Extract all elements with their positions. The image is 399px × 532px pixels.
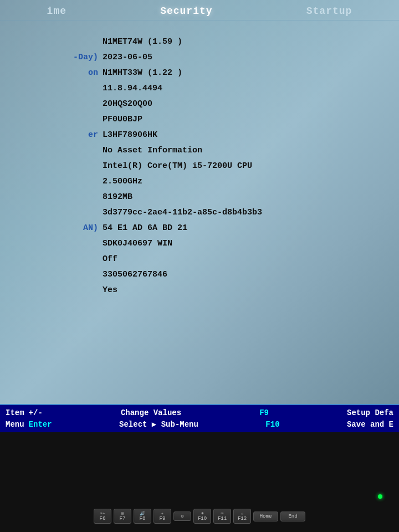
status-change-values: Change Values [121,408,181,417]
value-uuid: 3d3779cc-2ae4-11b2-a85c-d8b4b3b3 [103,205,262,221]
value-phone: 3305062767846 [103,267,167,283]
top-nav: ime Security Startup [0,0,399,21]
value-bios-version: N1MET74W (1.59 ) [103,34,182,50]
status-menu: Menu [6,420,24,429]
status-save-and: Save and E [347,420,393,429]
key-f6[interactable]: ☀+ F6 [94,509,111,524]
value-cpu: Intel(R) Core(TM) i5-7200U CPU [103,158,252,174]
value-serial: PF0U0BJP [103,112,142,127]
value-speed: 2.500GHz [103,174,142,190]
status-bar: Item +/- Change Values F9 Setup Defa Men… [0,404,399,432]
value-date: 2023-06-05 [103,50,152,65]
label-uuid [17,205,103,221]
key-f8[interactable]: 🔊 F8 [134,509,151,524]
status-f10: F10 [265,420,279,429]
value-asset-info: No Asset Information [103,143,202,158]
label-speed [17,174,103,190]
label-sdk [17,236,103,252]
status-item-label: Item [6,408,24,417]
key-home[interactable]: Home [253,511,278,521]
label-phone [17,267,103,283]
status-row-1: Item +/- Change Values F9 Setup Defa [0,407,399,418]
label-bios-version [17,34,103,50]
value-sdk: SDK0J40697 WIN [103,236,172,252]
content-area: N1MET74W (1.59 ) -Day) 2023-06-05 on N1M… [0,21,399,404]
status-setup-default: Setup Defa [347,408,393,417]
key-bt[interactable]: ⁕ F10 [193,509,211,524]
status-f9: F9 [259,408,269,417]
key-bluetooth[interactable]: ✈ F9 [154,509,171,524]
value-and: 54 E1 AD 6A BD 21 [103,221,187,236]
status-select-submenu: Select ▶ Sub-Menu [119,420,198,429]
value-build: 11.8.94.4494 [103,81,162,96]
keyboard-row: ☀+ F6 ⊞ F7 🔊 F8 ✈ F9 ⚙ ⁕ F10 ⌨ F11 ☆ F [0,509,399,524]
label-ec: on [17,65,103,81]
keyboard-area: ☀+ F6 ⊞ F7 🔊 F8 ✈ F9 ⚙ ⁕ F10 ⌨ F11 ☆ F [0,432,399,532]
nav-time[interactable]: ime [36,4,78,18]
value-asset-tag: L3HF78906HK [103,127,157,143]
label-machine [17,96,103,112]
key-f7[interactable]: ⊞ F7 [114,509,131,524]
label-build [17,81,103,96]
label-date: -Day) [17,50,103,65]
value-wol: Off [103,252,117,267]
key-f12[interactable]: ☆ F12 [233,509,251,524]
label-and: AN) [17,221,103,236]
value-memory: 8192MB [103,190,132,205]
label-asset-info [17,143,103,158]
label-cpu [17,158,103,174]
bios-screen: ime Security Startup N1MET74W (1.59 ) -D… [0,0,399,432]
value-machine: 20HQS20Q00 [103,96,152,112]
label-serial [17,112,103,127]
key-settings[interactable]: ⚙ [173,511,191,521]
label-yes [17,283,103,298]
label-wol [17,252,103,267]
key-f11[interactable]: ⌨ F11 [213,509,231,524]
status-enter: Enter [29,420,52,429]
nav-startup[interactable]: Startup [295,4,364,18]
value-ec: N1MHT33W (1.22 ) [103,65,182,81]
status-plus-minus: +/- [29,408,43,417]
status-row-2: Menu Enter Select ▶ Sub-Menu F10 Save an… [0,418,399,430]
label-asset-tag: er [17,127,103,143]
led-indicator [378,494,382,499]
nav-security[interactable]: Security [149,4,223,18]
value-yes: Yes [103,283,117,298]
label-memory [17,190,103,205]
key-end[interactable]: End [280,511,305,521]
